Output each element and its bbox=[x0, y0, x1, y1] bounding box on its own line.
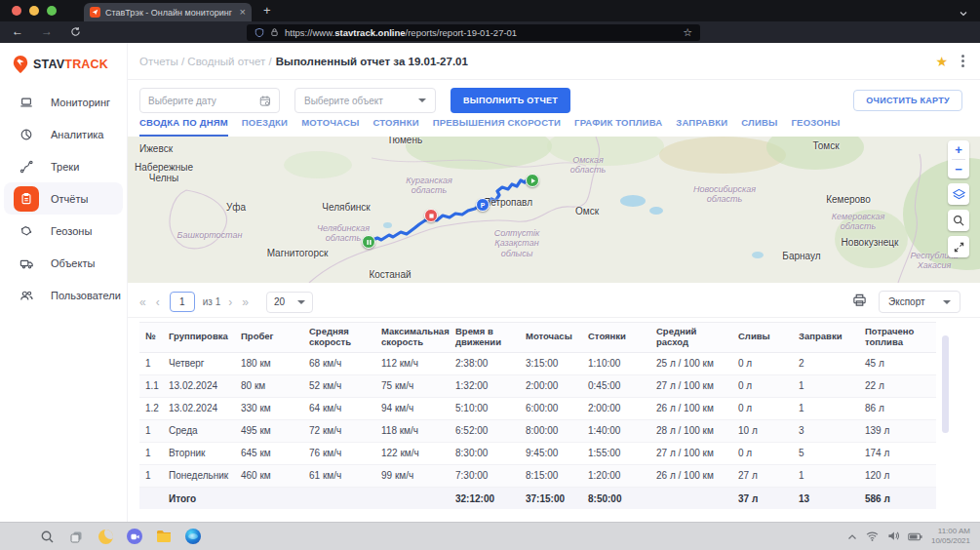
svg-text:P: P bbox=[481, 202, 486, 209]
objects-icon bbox=[14, 251, 39, 276]
column-header: Группировка bbox=[163, 323, 235, 353]
sidebar-item-reports[interactable]: Отчёты bbox=[4, 182, 123, 215]
breadcrumb[interactable]: Отчеты / Сводный отчет / bbox=[139, 56, 272, 67]
more-options-icon[interactable] bbox=[961, 55, 964, 67]
table-row[interactable]: 1Четверг180 км68 км/ч112 км/ч2:38:003:15… bbox=[139, 352, 936, 374]
date-input[interactable] bbox=[148, 96, 259, 106]
browser-tabstrip: СтавТрэк - Онлайн мониторинг × + bbox=[0, 0, 980, 21]
window-controls[interactable] bbox=[12, 6, 57, 16]
report-tabs: СВОДКА ПО ДНЯМПОЕЗДКИМОТОЧАСЫСТОЯНКИПРЕВ… bbox=[139, 117, 980, 137]
table-cell: 64 км/ч bbox=[303, 397, 375, 419]
map-marker-parking[interactable]: P bbox=[476, 198, 490, 212]
table-cell: 72 км/ч bbox=[303, 419, 375, 442]
tab-fuel-chart[interactable]: ГРАФИК ТОПЛИВА bbox=[574, 117, 662, 137]
table-cell: Итого bbox=[163, 487, 235, 509]
first-page-button[interactable]: « bbox=[139, 295, 146, 309]
fullscreen-button[interactable] bbox=[948, 236, 969, 257]
zoom-out-button[interactable]: − bbox=[948, 160, 969, 178]
address-bar[interactable]: https://www.stavtrack.online/reports/rep… bbox=[247, 24, 700, 41]
table-cell: 0 л bbox=[732, 352, 793, 374]
run-report-button[interactable]: ВЫПОЛНИТЬ ОТЧЕТ bbox=[451, 88, 570, 113]
favorite-star-icon[interactable]: ★ bbox=[935, 54, 948, 69]
battery-icon[interactable] bbox=[908, 528, 922, 545]
sidebar-item-label: Аналитика bbox=[51, 129, 103, 140]
moon-app-icon[interactable] bbox=[98, 529, 114, 545]
url-text: https://www.stavtrack.online/reports/rep… bbox=[285, 27, 517, 38]
tab-trips[interactable]: ПОЕЗДКИ bbox=[242, 117, 288, 137]
bookmark-star-icon[interactable]: ☆ bbox=[683, 26, 692, 39]
table-cell: 26 л / 100 км bbox=[650, 464, 732, 487]
table-cell: 68 км/ч bbox=[303, 352, 375, 374]
object-select[interactable]: Выберите объект bbox=[294, 88, 436, 113]
tab-drains[interactable]: СЛИВЫ bbox=[741, 117, 777, 137]
back-button[interactable]: ← bbox=[12, 24, 23, 38]
map-marker-play[interactable] bbox=[526, 174, 539, 187]
chevron-down-icon bbox=[418, 98, 426, 102]
taskbar-search-icon[interactable] bbox=[39, 529, 56, 545]
minimize-window-button[interactable] bbox=[29, 6, 39, 16]
table-row[interactable]: 1Понедельник460 км61 км/ч99 км/ч7:30:008… bbox=[139, 464, 936, 487]
close-window-button[interactable] bbox=[12, 6, 21, 16]
next-page-button[interactable]: › bbox=[228, 295, 232, 309]
prev-page-button[interactable]: ‹ bbox=[156, 295, 160, 309]
start-button-icon[interactable] bbox=[10, 529, 26, 545]
map-marker-stop[interactable] bbox=[424, 209, 438, 222]
tab-summary-by-days[interactable]: СВОДКА ПО ДНЯМ bbox=[139, 117, 228, 137]
edge-browser-icon[interactable] bbox=[184, 529, 201, 545]
table-cell: 28 л / 100 км bbox=[650, 419, 732, 442]
volume-icon[interactable] bbox=[887, 528, 899, 545]
tab-close-icon[interactable]: × bbox=[240, 7, 246, 18]
date-picker[interactable] bbox=[139, 88, 280, 113]
tab-refuels[interactable]: ЗАПРАВКИ bbox=[676, 117, 727, 137]
table-row[interactable]: 1Вторник645 км76 км/ч122 км/ч8:30:009:45… bbox=[139, 442, 936, 464]
tab-parkings[interactable]: СТОЯНКИ bbox=[372, 117, 418, 137]
sidebar-item-analytics[interactable]: Аналитика bbox=[0, 118, 127, 150]
export-select[interactable]: Экспорт bbox=[879, 291, 960, 313]
table-cell: 75 км/ч bbox=[375, 374, 450, 397]
table-cell: 180 км bbox=[235, 352, 303, 374]
forward-button[interactable]: → bbox=[41, 24, 53, 38]
sidebar-item-users[interactable]: Пользователи bbox=[0, 279, 127, 311]
table-cell: 1:55:00 bbox=[582, 442, 650, 464]
layers-button[interactable] bbox=[948, 183, 969, 205]
map-region-label: Курганскаяобласть bbox=[406, 176, 452, 196]
last-page-button[interactable]: » bbox=[242, 295, 249, 309]
table-row[interactable]: 1.213.02.2024330 км64 км/ч94 км/ч5:10:00… bbox=[139, 397, 936, 419]
clear-map-button[interactable]: ОЧИСТИТЬ КАРТУ bbox=[853, 90, 962, 111]
table-cell: 2 bbox=[793, 352, 859, 374]
map[interactable]: ИжевскНабережныеЧелныУфаЧелябинскМагнито… bbox=[128, 137, 980, 283]
sidebar-item-tracks[interactable]: Треки bbox=[0, 150, 127, 182]
task-view-icon[interactable] bbox=[68, 529, 85, 545]
maximize-window-button[interactable] bbox=[47, 6, 57, 16]
table-cell: Понедельник bbox=[163, 464, 235, 487]
reload-button[interactable] bbox=[70, 26, 81, 40]
browser-tab[interactable]: СтавТрэк - Онлайн мониторинг × bbox=[84, 3, 252, 21]
page-size-select[interactable]: 20 bbox=[266, 292, 313, 313]
sidebar-item-monitoring[interactable]: Мониторинг bbox=[0, 86, 127, 118]
table-row[interactable]: 1Среда495 км72 км/ч118 км/ч6:52:008:00:0… bbox=[139, 419, 936, 442]
sidebar-menu: МониторингАналитикаТрекиОтчётыГеозоныОбъ… bbox=[0, 86, 127, 311]
sidebar-item-objects[interactable]: Объекты bbox=[0, 247, 127, 279]
chevron-down-icon[interactable] bbox=[959, 5, 968, 22]
table-cell: 94 км/ч bbox=[375, 397, 450, 419]
zoom-in-button[interactable]: + bbox=[948, 140, 969, 159]
new-tab-button[interactable]: + bbox=[263, 3, 271, 18]
map-search-button[interactable] bbox=[948, 210, 969, 231]
tab-speeding[interactable]: ПРЕВЫШЕНИЯ СКОРОСТИ bbox=[433, 117, 561, 137]
sidebar-item-geozones[interactable]: Геозоны bbox=[0, 215, 127, 247]
file-explorer-icon[interactable] bbox=[155, 529, 172, 545]
vertical-scrollbar[interactable] bbox=[942, 335, 949, 433]
tab-engine-hours[interactable]: МОТОЧАСЫ bbox=[301, 117, 359, 137]
wifi-icon[interactable] bbox=[866, 528, 879, 545]
map-marker-pause[interactable] bbox=[362, 235, 375, 249]
table-cell bbox=[303, 487, 375, 509]
taskbar-clock[interactable]: 11:00 AM 10/05/2021 bbox=[931, 527, 970, 546]
app-logo[interactable]: STAVTRACK bbox=[0, 43, 127, 84]
chat-app-icon[interactable] bbox=[127, 529, 142, 544]
table-row[interactable]: 1.113.02.202480 км52 км/ч75 км/ч1:32:002… bbox=[139, 374, 936, 397]
tab-geozones[interactable]: ГЕОЗОНЫ bbox=[792, 117, 841, 137]
print-button[interactable] bbox=[852, 293, 867, 311]
table-cell: 6:00:00 bbox=[520, 397, 582, 419]
page-number-input[interactable] bbox=[170, 292, 195, 312]
tray-expand-icon[interactable] bbox=[847, 528, 857, 545]
